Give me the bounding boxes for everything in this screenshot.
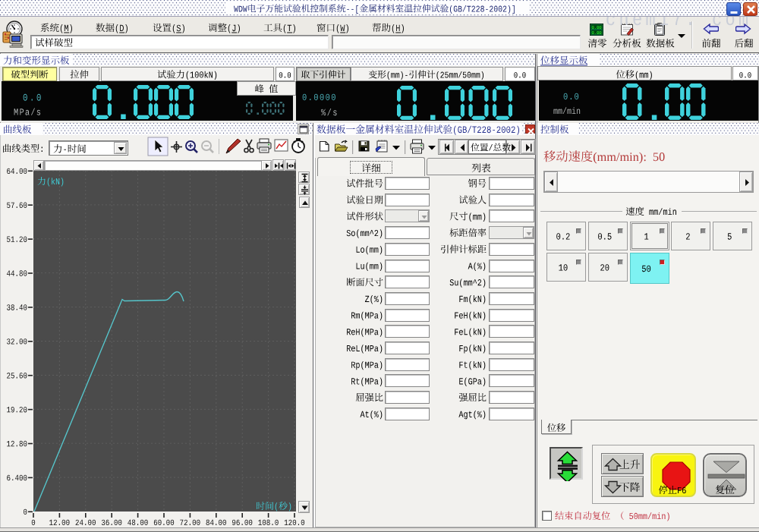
- svg-text:0.00: 0.00: [591, 25, 601, 30]
- svg-text:0.00: 0.00: [591, 30, 601, 36]
